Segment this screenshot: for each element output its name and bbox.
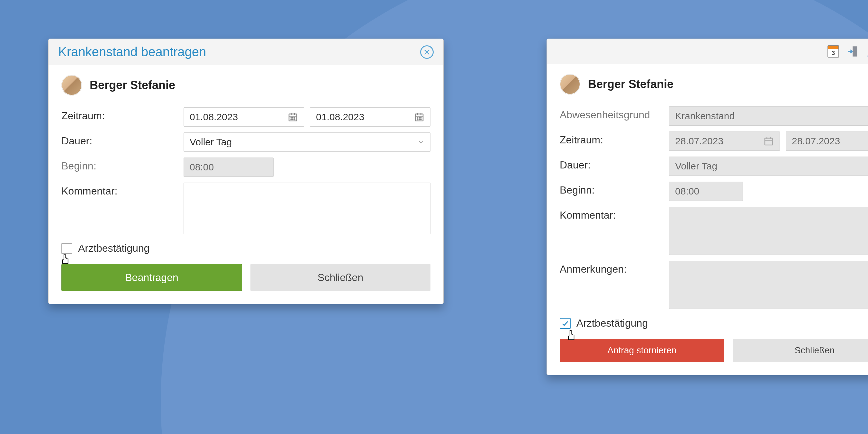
date-from-value: 01.08.2023 (190, 112, 238, 123)
label-dauer: Dauer: (560, 157, 669, 171)
svg-point-17 (419, 118, 420, 118)
label-anmerkungen: Anmerkungen: (560, 261, 669, 275)
calendar-shortcut-icon[interactable]: 3 (827, 45, 840, 58)
label-dauer: Dauer: (61, 132, 184, 147)
svg-point-10 (292, 119, 293, 120)
row-dauer: Dauer: Voller Tag (560, 157, 868, 176)
user-row: Berger Stefanie (61, 75, 431, 100)
calendar-icon (414, 112, 424, 122)
beginn-input: 08:00 (669, 182, 743, 201)
date-from-input[interactable]: 01.08.2023 (184, 107, 304, 127)
row-zeitraum: Zeitraum: 28.07.2023 28.07.2023 (560, 131, 868, 151)
row-beginn: Beginn: 08:00 (560, 182, 868, 201)
beginn-value: 08:00 (675, 186, 699, 196)
svg-rect-29 (765, 138, 773, 145)
date-to-input: 28.07.2023 (786, 131, 868, 151)
date-to-input[interactable]: 01.08.2023 (310, 107, 431, 127)
sick-leave-request-dialog: Krankenstand beantragen Berger Stefanie … (48, 38, 444, 304)
close-button[interactable] (420, 45, 434, 59)
row-arztbestaetigung: Arztbestätigung (61, 242, 431, 254)
check-icon (561, 319, 569, 327)
date-from-value: 28.07.2023 (675, 136, 723, 147)
dialog-body: Berger Stefanie Zeitraum: 01.08.2023 01.… (49, 65, 443, 304)
anmerkungen-textarea (669, 261, 868, 309)
label-zeitraum: Zeitraum: (61, 107, 184, 122)
label-beginn: Beginn: (61, 157, 184, 172)
submit-button[interactable]: Beantragen (61, 264, 242, 291)
grund-value: Krankenstand (675, 111, 735, 122)
date-to-value: 01.08.2023 (316, 112, 364, 123)
date-from-input: 28.07.2023 (669, 131, 780, 151)
arztbestaetigung-label: Arztbestätigung (577, 317, 648, 329)
dauer-value: Voller Tag (675, 161, 717, 172)
avatar (560, 74, 580, 94)
button-row: Antrag stornieren Schließen (560, 339, 868, 362)
row-beginn: Beginn: 08:00 (61, 157, 431, 177)
user-name: Berger Stefanie (90, 79, 175, 92)
svg-point-16 (417, 118, 418, 118)
dauer-value: Voller Tag (190, 136, 232, 148)
svg-point-19 (417, 119, 418, 120)
label-zeitraum: Zeitraum: (560, 131, 669, 146)
label-kommentar: Kommentar: (61, 183, 184, 197)
user-row: Berger Stefanie (560, 74, 868, 99)
svg-point-11 (294, 119, 295, 120)
cancel-request-button[interactable]: Antrag stornieren (560, 339, 724, 362)
svg-point-21 (421, 119, 421, 120)
dauer-select[interactable]: Voller Tag (184, 132, 431, 152)
row-grund: Abwesenheitsgrund Krankenstand (560, 106, 868, 126)
beginn-input: 08:00 (184, 157, 274, 177)
grund-select: Krankenstand (669, 106, 868, 126)
user-assign-icon[interactable] (866, 45, 868, 58)
label-beginn: Beginn: (560, 182, 669, 196)
date-to-value: 28.07.2023 (792, 136, 840, 147)
beginn-value: 08:00 (190, 162, 214, 172)
cursor-icon (60, 253, 71, 266)
close-icon (424, 49, 431, 56)
row-kommentar: Kommentar: (560, 207, 868, 255)
dialog-body: Berger Stefanie Abwesenheitsgrund Kranke… (547, 64, 868, 375)
arztbestaetigung-label: Arztbestätigung (78, 242, 150, 254)
kommentar-textarea (669, 207, 868, 255)
close-button-secondary[interactable]: Schließen (733, 339, 868, 362)
chevron-down-icon (417, 138, 424, 146)
dialog-header: 3 (547, 39, 868, 64)
arztbestaetigung-checkbox[interactable] (560, 318, 570, 329)
avatar (61, 75, 82, 95)
absence-detail-dialog: 3 Berger Stefanie Abwesenheitsgrund Kran… (547, 38, 868, 375)
label-kommentar: Kommentar: (560, 207, 669, 221)
svg-rect-22 (852, 46, 857, 57)
row-zeitraum: Zeitraum: 01.08.2023 01.08.2023 (61, 107, 431, 127)
arztbestaetigung-checkbox[interactable] (61, 243, 72, 254)
svg-point-8 (294, 118, 295, 118)
svg-point-9 (291, 119, 291, 120)
close-button-secondary[interactable]: Schließen (250, 264, 431, 291)
dauer-select: Voller Tag (669, 157, 868, 176)
row-kommentar: Kommentar: (61, 183, 431, 234)
calendar-icon (764, 136, 774, 146)
calendar-icon (288, 112, 298, 122)
header-icons: 3 (827, 45, 868, 58)
svg-point-18 (421, 118, 421, 118)
row-anmerkungen: Anmerkungen: (560, 261, 868, 309)
svg-point-6 (291, 118, 291, 118)
svg-point-7 (292, 118, 293, 118)
cursor-icon (565, 330, 577, 342)
kommentar-textarea[interactable] (184, 183, 431, 234)
svg-point-20 (419, 119, 420, 120)
label-grund: Abwesenheitsgrund (560, 106, 669, 121)
door-exit-icon[interactable] (846, 45, 860, 58)
row-arztbestaetigung: Arztbestätigung (560, 317, 868, 329)
button-row: Beantragen Schließen (61, 264, 431, 291)
dialog-header: Krankenstand beantragen (49, 39, 443, 65)
row-dauer: Dauer: Voller Tag (61, 132, 431, 152)
user-name: Berger Stefanie (588, 78, 674, 91)
dialog-title: Krankenstand beantragen (58, 45, 206, 59)
